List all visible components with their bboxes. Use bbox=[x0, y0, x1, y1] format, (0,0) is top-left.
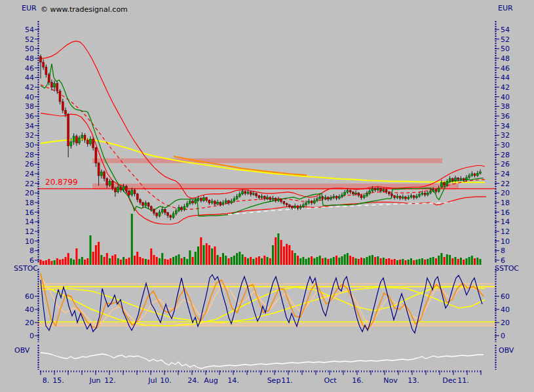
volume-bar bbox=[380, 258, 382, 265]
obv-panel-label-right: OBV bbox=[499, 347, 514, 354]
candle-body bbox=[81, 135, 83, 138]
volume-bar bbox=[217, 255, 219, 265]
volume-bar bbox=[258, 256, 260, 265]
volume-bar bbox=[159, 258, 161, 265]
candle-body bbox=[391, 194, 392, 196]
volume-bar bbox=[125, 259, 127, 265]
candle-body bbox=[104, 172, 105, 178]
candle-body bbox=[269, 197, 271, 200]
price-tick-label-right: 18 bbox=[501, 199, 510, 207]
candle-body bbox=[313, 201, 315, 203]
volume-bar bbox=[244, 257, 246, 265]
volume-bar bbox=[435, 258, 437, 265]
volume-bar bbox=[402, 259, 404, 265]
volume-bar bbox=[75, 248, 77, 265]
candle-body bbox=[142, 203, 144, 205]
volume-bar bbox=[438, 256, 440, 265]
candle-body bbox=[344, 193, 346, 195]
volume-bar bbox=[192, 257, 194, 265]
mid-ma-dashed-line bbox=[41, 85, 485, 209]
sstoc-panel-label-left: SSTOC bbox=[14, 265, 38, 272]
candle-body bbox=[128, 191, 130, 195]
candle-body bbox=[147, 203, 149, 206]
volume-bar bbox=[117, 258, 119, 265]
candle-body bbox=[275, 198, 277, 201]
price-tick-label-right: 34 bbox=[501, 122, 510, 130]
watermark-copyright: © www.tradesignal.com bbox=[41, 6, 128, 13]
volume-bar bbox=[263, 256, 265, 265]
volume-bar bbox=[446, 254, 448, 265]
volume-bar bbox=[56, 258, 58, 265]
volume-bar bbox=[161, 253, 163, 265]
candle-body bbox=[136, 194, 138, 200]
candle-body bbox=[125, 186, 127, 191]
candle-body bbox=[421, 193, 423, 194]
candle-body bbox=[159, 212, 161, 216]
volume-bar bbox=[385, 259, 387, 265]
candle-body bbox=[288, 205, 290, 206]
candle-body bbox=[363, 196, 365, 198]
candle-body bbox=[92, 139, 94, 147]
volume-bar bbox=[106, 253, 108, 265]
price-tick-label-right: 30 bbox=[501, 141, 510, 149]
candle-body bbox=[297, 206, 299, 208]
price-alert-label: 20.8799 bbox=[45, 178, 78, 186]
candle-body bbox=[299, 207, 301, 208]
candle-body bbox=[449, 178, 451, 181]
candle-body bbox=[272, 198, 274, 199]
price-tick-label-left: 10 bbox=[25, 237, 34, 246]
sstoc-tick-label-left: 60 bbox=[25, 292, 34, 301]
price-tick-label-right: 44 bbox=[501, 73, 510, 82]
candle-body bbox=[263, 197, 265, 199]
price-chart-canvas[interactable]: 5454525250504848464644444242404038383636… bbox=[0, 0, 534, 392]
volume-bar bbox=[228, 258, 230, 265]
xaxis-date-label: 16. bbox=[352, 376, 364, 385]
xaxis-date-label: 11. bbox=[281, 376, 293, 385]
price-tick-label-left: 14 bbox=[25, 218, 34, 226]
candle-body bbox=[70, 142, 72, 146]
candle-body bbox=[405, 197, 407, 199]
price-tick-label-right: 46 bbox=[501, 64, 510, 73]
candle-body bbox=[242, 191, 244, 194]
volume-bar bbox=[457, 259, 459, 265]
volume-bar bbox=[197, 246, 199, 265]
candle-body bbox=[408, 197, 410, 199]
volume-bar bbox=[410, 258, 412, 265]
sstoc-panel-label-right: SSTOC bbox=[495, 265, 519, 272]
xaxis-date-label: Oct bbox=[324, 376, 337, 385]
price-tick-label-left: 50 bbox=[25, 45, 34, 53]
volume-bar bbox=[111, 256, 113, 265]
volume-bar bbox=[324, 258, 326, 265]
price-tick-label-right: 24 bbox=[501, 170, 510, 178]
volume-bar bbox=[114, 254, 116, 265]
candle-body bbox=[206, 198, 208, 201]
volume-bar bbox=[65, 257, 67, 265]
candle-body bbox=[211, 201, 213, 203]
price-tick-label-left: 26 bbox=[25, 160, 34, 168]
volume-bar bbox=[427, 259, 429, 265]
xaxis-date-label: 11. bbox=[457, 376, 469, 385]
candle-body bbox=[388, 192, 390, 194]
candle-body bbox=[377, 189, 379, 190]
volume-bar bbox=[335, 256, 337, 265]
volume-bar bbox=[366, 257, 368, 265]
price-tick-label-right: 36 bbox=[501, 112, 510, 121]
volume-bar bbox=[186, 259, 188, 265]
candle-body bbox=[120, 187, 122, 190]
price-tick-label-left: 16 bbox=[25, 208, 34, 217]
price-tick-label-right: 26 bbox=[501, 160, 510, 168]
volume-bar bbox=[43, 261, 45, 265]
candle-body bbox=[385, 189, 387, 192]
candle-body bbox=[460, 178, 462, 180]
candle-body bbox=[319, 197, 321, 199]
volume-bar bbox=[474, 258, 476, 265]
candle-body bbox=[90, 139, 92, 144]
candle-body bbox=[438, 188, 440, 191]
volume-bar bbox=[181, 258, 183, 265]
volume-bar bbox=[460, 258, 462, 265]
candle-body bbox=[474, 174, 476, 176]
candle-body bbox=[330, 198, 332, 199]
candle-body bbox=[170, 216, 172, 218]
candle-body bbox=[252, 193, 254, 195]
volume-bar bbox=[167, 260, 169, 265]
